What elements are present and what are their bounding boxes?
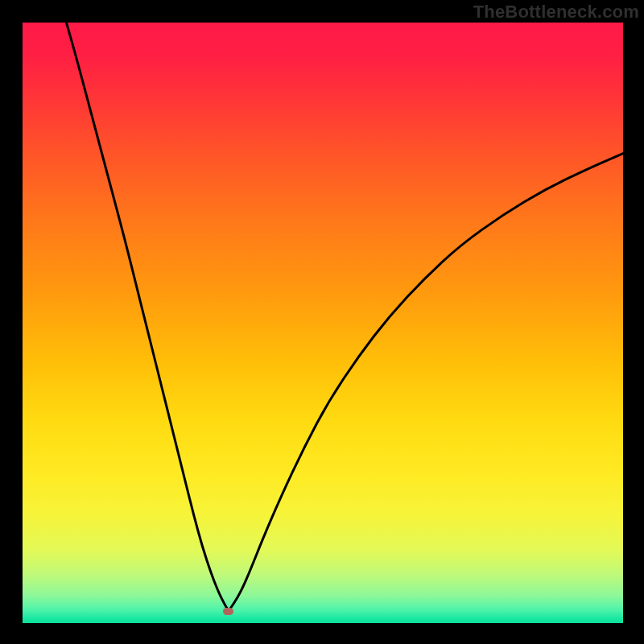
watermark-text: TheBottleneck.com [473, 2, 639, 23]
chart-root: TheBottleneck.com [0, 0, 644, 644]
gradient-background [23, 23, 623, 623]
chart-plot-area [23, 23, 623, 623]
